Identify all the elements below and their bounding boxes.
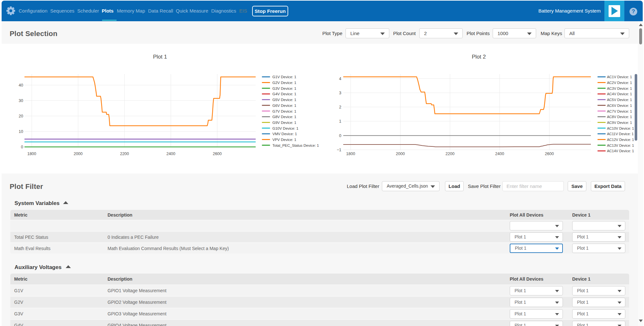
svg-text:2400: 2400 xyxy=(495,152,504,156)
svg-text:G7V Device: 1: G7V Device: 1 xyxy=(272,109,296,113)
svg-text:AC13V Device: 1: AC13V Device: 1 xyxy=(607,144,634,147)
svg-text:G3V Device: 1: G3V Device: 1 xyxy=(272,87,296,90)
svg-text:G2V Device: 1: G2V Device: 1 xyxy=(272,81,296,85)
svg-text:G8V Device: 1: G8V Device: 1 xyxy=(272,115,296,119)
svg-text:2600: 2600 xyxy=(213,152,222,156)
svg-text:1: 1 xyxy=(339,119,341,124)
svg-text:AC9V Device: 1: AC9V Device: 1 xyxy=(607,121,632,125)
svg-text:2200: 2200 xyxy=(446,152,455,156)
svg-text:G10V Device: 1: G10V Device: 1 xyxy=(272,126,298,130)
svg-text:VPV Device: 1: VPV Device: 1 xyxy=(272,138,296,142)
svg-text:AC2V Device: 1: AC2V Device: 1 xyxy=(607,81,632,85)
svg-text:AC1V Device: 1: AC1V Device: 1 xyxy=(607,75,632,79)
svg-text:2400: 2400 xyxy=(166,152,175,156)
svg-text:AC14V Device: 1: AC14V Device: 1 xyxy=(607,149,634,153)
svg-text:20: 20 xyxy=(19,114,23,118)
svg-text:AC10V Device: 1: AC10V Device: 1 xyxy=(607,126,634,130)
svg-text:G4V Device: 1: G4V Device: 1 xyxy=(272,92,296,96)
svg-text:AC4V Device: 1: AC4V Device: 1 xyxy=(607,92,632,96)
svg-text:2: 2 xyxy=(339,105,341,109)
svg-text:G1V Device: 1: G1V Device: 1 xyxy=(272,75,296,79)
svg-text:1800: 1800 xyxy=(346,152,355,156)
svg-text:AC11V Device: 1: AC11V Device: 1 xyxy=(607,132,634,136)
svg-text:2600: 2600 xyxy=(545,152,554,156)
svg-text:AC12V Device: 1: AC12V Device: 1 xyxy=(607,138,634,142)
svg-text:1800: 1800 xyxy=(27,152,36,156)
svg-text:AC7V Device: 1: AC7V Device: 1 xyxy=(607,109,632,113)
svg-text:2000: 2000 xyxy=(74,152,83,156)
svg-text:3: 3 xyxy=(339,91,341,95)
svg-text:Plot 1: Plot 1 xyxy=(153,54,167,60)
svg-text:G6V Device: 1: G6V Device: 1 xyxy=(272,104,296,107)
svg-text:4: 4 xyxy=(339,77,341,81)
svg-text:G5V Device: 1: G5V Device: 1 xyxy=(272,98,296,102)
svg-text:10: 10 xyxy=(19,129,23,134)
svg-text:−1: −1 xyxy=(337,148,341,152)
svg-text:0: 0 xyxy=(21,145,23,149)
svg-text:30: 30 xyxy=(19,98,23,103)
svg-text:AC8V Device: 1: AC8V Device: 1 xyxy=(607,115,632,119)
svg-text:AC5V Device: 1: AC5V Device: 1 xyxy=(607,98,632,102)
svg-text:VMV Device: 1: VMV Device: 1 xyxy=(272,132,297,136)
svg-text:AC6V Device: 1: AC6V Device: 1 xyxy=(607,104,632,107)
svg-text:2200: 2200 xyxy=(120,152,129,156)
svg-text:AC3V Device: 1: AC3V Device: 1 xyxy=(607,87,632,90)
svg-text:40: 40 xyxy=(19,83,23,88)
svg-text:Plot 2: Plot 2 xyxy=(472,54,486,60)
svg-text:Total_PEC_Status Device: 1: Total_PEC_Status Device: 1 xyxy=(272,144,319,147)
svg-text:0: 0 xyxy=(339,134,341,138)
svg-text:G9V Device: 1: G9V Device: 1 xyxy=(272,121,296,125)
svg-text:2000: 2000 xyxy=(396,152,405,156)
